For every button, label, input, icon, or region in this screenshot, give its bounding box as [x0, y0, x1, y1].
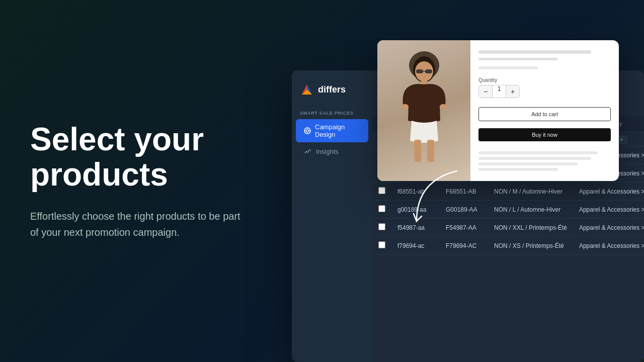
sidebar: differs SMART SALE PRICES Campaign Desig…	[292, 70, 372, 362]
handle-cell: g00189-aa	[391, 201, 440, 219]
quantity-control: − 1 +	[478, 85, 520, 98]
handle-cell: f68551-ab	[391, 183, 440, 201]
quantity-value: 1	[492, 85, 506, 98]
row-checkbox-3[interactable]	[378, 205, 385, 212]
table-row[interactable]: f79694-ac F79694-AC NON / XS / Printemps…	[372, 237, 644, 255]
quantity-increase-button[interactable]: +	[506, 85, 519, 98]
desc-line-1	[478, 151, 598, 154]
svg-point-10	[309, 149, 310, 150]
desc-line-2	[478, 157, 591, 160]
row-checkbox-4[interactable]	[378, 223, 385, 230]
insights-label: Insights	[316, 148, 339, 155]
sidebar-item-campaign-design[interactable]: Campaign Design	[296, 119, 368, 142]
handle-cell: f54987-aa	[391, 219, 440, 237]
sidebar-logo: differs	[292, 78, 372, 107]
quantity-label: Quantity	[478, 77, 611, 83]
product-desc-lines	[478, 151, 611, 171]
title-cell: F68551-AB	[440, 183, 488, 201]
differs-logo-icon	[300, 82, 314, 97]
svg-rect-20	[425, 69, 432, 73]
category-cell: Apparel & Accessories >	[573, 237, 644, 255]
product-price-line	[478, 66, 538, 69]
variant-cell: NON / XXL / Printemps-Été	[488, 219, 573, 237]
category-cell: Apparel & Accessories >	[573, 219, 644, 237]
table-row[interactable]: g00189-aa G00189-AA NON / L / Automne-Hi…	[372, 201, 644, 219]
buy-now-button[interactable]: Buy it now	[478, 128, 611, 141]
row-checkbox-2[interactable]	[378, 187, 385, 194]
category-cell: Apparel & Accessories >	[573, 201, 644, 219]
title-cell: F54987-AA	[440, 219, 488, 237]
insights-icon	[304, 147, 312, 155]
svg-rect-25	[414, 140, 421, 162]
desc-line-3	[478, 162, 578, 165]
logo-text: differs	[318, 84, 346, 95]
category-filter-funnel-icon: ▼	[619, 137, 624, 142]
product-name-line-2	[478, 58, 558, 61]
hero-section: Select your products Effortlessly choose…	[0, 0, 282, 362]
product-preview-card: Quantity − 1 + Add to cart Buy it now	[377, 40, 619, 181]
hero-title: Select your products	[30, 122, 252, 193]
product-person-svg	[394, 50, 454, 171]
svg-rect-19	[416, 69, 423, 73]
svg-point-24	[440, 104, 447, 109]
quantity-section: Quantity − 1 +	[478, 77, 611, 98]
table-row[interactable]: f54987-aa F54987-AA NON / XXL / Printemp…	[372, 219, 644, 237]
product-image-area	[377, 40, 470, 181]
section-label: SMART SALE PRICES	[292, 107, 372, 119]
table-row[interactable]: f68551-ab F68551-AB NON / M / Automne-Hi…	[372, 183, 644, 201]
variant-cell: NON / L / Automne-Hiver	[488, 201, 573, 219]
category-cell: Apparel & Accessories >	[573, 183, 644, 201]
variant-cell: NON / M / Automne-Hiver	[488, 183, 573, 201]
svg-point-9	[306, 151, 307, 152]
product-image-placeholder	[377, 40, 470, 181]
svg-rect-26	[427, 140, 434, 162]
quantity-decrease-button[interactable]: −	[479, 85, 492, 98]
svg-point-4	[306, 130, 309, 132]
campaign-design-label: Campaign Design	[315, 123, 360, 138]
hero-subtitle: Effortlessly choose the right products t…	[30, 208, 242, 240]
product-info: Quantity − 1 + Add to cart Buy it now	[470, 40, 619, 181]
campaign-design-icon	[304, 127, 311, 135]
variant-cell: NON / XS / Printemps-Été	[488, 237, 573, 255]
title-cell: G00189-AA	[440, 201, 488, 219]
product-name-line-1	[478, 50, 591, 54]
sidebar-item-insights[interactable]: Insights	[296, 143, 368, 159]
add-to-cart-button[interactable]: Add to cart	[478, 107, 611, 121]
title-cell: F79694-AC	[440, 237, 488, 255]
svg-point-23	[401, 104, 409, 109]
row-checkbox-5[interactable]	[378, 241, 385, 248]
desc-line-4	[478, 168, 558, 171]
handle-cell: f79694-ac	[391, 237, 440, 255]
